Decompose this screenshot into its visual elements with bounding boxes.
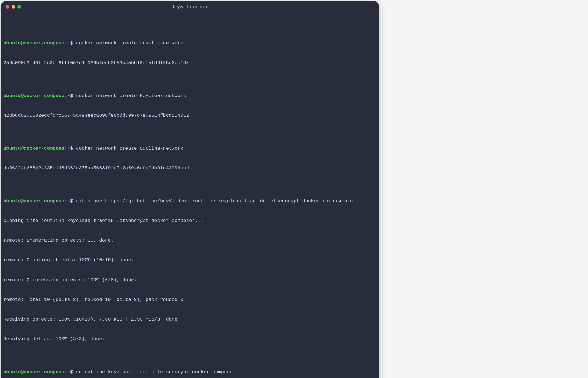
- prompt-line: ubuntu@docker-compose:~$ git clone https…: [3, 198, 376, 204]
- prompt-line: ubuntu@docker-compose:~$ docker network …: [3, 93, 376, 99]
- output-line: remote: Enumerating objects: 10, done.: [3, 237, 376, 244]
- output-line: remote: Compressing objects: 100% (6/6),…: [3, 277, 376, 283]
- output-line: remote: Total 10 (delta 3), reused 10 (d…: [3, 296, 376, 303]
- command: git clone https://github.com/heyValdemar…: [76, 198, 354, 204]
- command: docker network create traefik-network: [76, 40, 183, 46]
- window-title: heyvaldemar.com: [1, 4, 379, 10]
- output-line: dc36224b688424f35e1d8d362d375aa566819fc7…: [3, 165, 376, 171]
- command: cd outline-keycloak-traefik-letsencrypt-…: [76, 369, 233, 375]
- output-line: remote: Counting objects: 100% (10/10), …: [3, 257, 376, 263]
- output-line: Cloning into 'outline-keycloak-traefik-l…: [3, 217, 376, 224]
- command: docker network create keycloak-network: [76, 93, 186, 98]
- prompt-user: ubuntu@docker-compose: [3, 40, 64, 46]
- titlebar: heyvaldemar.com: [1, 1, 379, 12]
- output-line: Resolving deltas: 100% (3/3), done.: [3, 336, 376, 342]
- minimize-icon[interactable]: [12, 5, 15, 9]
- window-controls: [1, 5, 21, 9]
- prompt-dollar: $: [70, 40, 73, 46]
- prompt-line: ubuntu@docker-compose:~$ cd outline-keyc…: [3, 369, 376, 375]
- prompt-line: ubuntu@docker-compose:~$ docker network …: [3, 40, 376, 46]
- zoom-icon[interactable]: [17, 5, 21, 9]
- output-line: Receiving objects: 100% (10/10), 7.60 Ki…: [3, 316, 376, 323]
- command: docker network create outline-network: [76, 146, 183, 151]
- terminal-window: heyvaldemar.com ubuntu@docker-compose:~$…: [1, 1, 379, 378]
- output-line: 258c090b3c40ff2c2bf6fff067e1f069b4edb0b5…: [3, 60, 376, 66]
- prompt-path: ~: [67, 40, 70, 46]
- terminal-body[interactable]: ubuntu@docker-compose:~$ docker network …: [1, 12, 379, 378]
- close-icon[interactable]: [6, 5, 9, 9]
- output-line: 42bbdd0205582eccfd7c56745a494eeca890fe8c…: [3, 112, 376, 119]
- prompt-line: ubuntu@docker-compose:~$ docker network …: [3, 145, 376, 152]
